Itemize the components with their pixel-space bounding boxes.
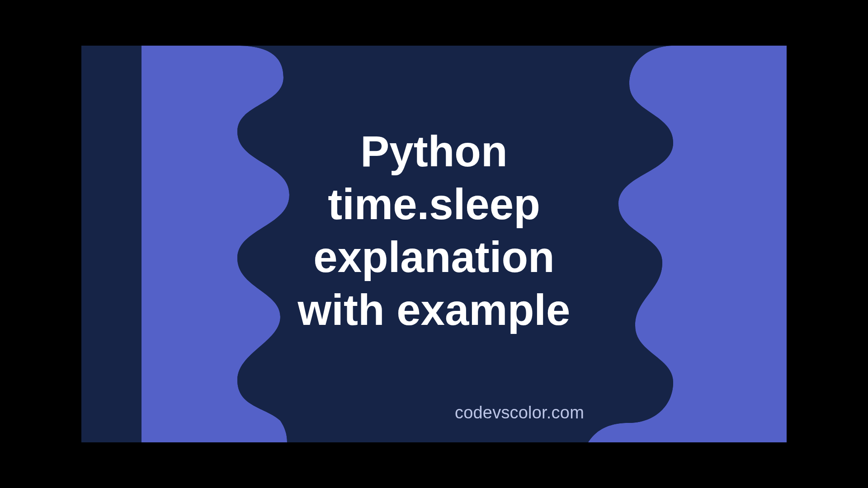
hero-card: Python time.sleep explanation with examp… bbox=[81, 46, 787, 442]
watermark-text: codevscolor.com bbox=[455, 403, 584, 422]
hero-title: Python time.sleep explanation with examp… bbox=[298, 125, 571, 336]
title-wrap: Python time.sleep explanation with examp… bbox=[81, 46, 787, 442]
